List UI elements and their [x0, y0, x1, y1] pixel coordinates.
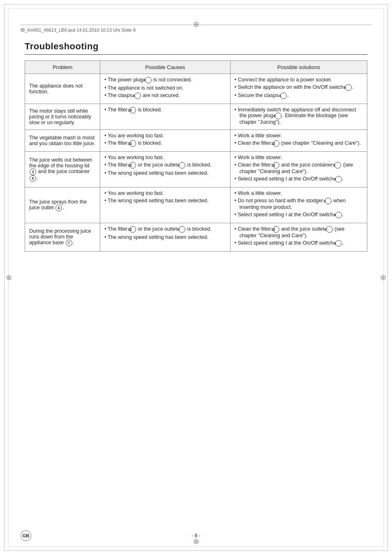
ref-badge: 4 — [280, 92, 287, 99]
problem-cell: The motor stays still while juicing or i… — [25, 104, 100, 130]
country-badge: GB — [21, 530, 31, 541]
ref-badge: 12 — [273, 162, 279, 169]
col-header-causes: Possible Causes — [100, 61, 231, 74]
ref-badge: 9 — [345, 84, 352, 91]
crosshair-bottom: ⊕ — [193, 537, 199, 546]
problem-cell: During the processing juice runs down fr… — [25, 223, 100, 252]
solution-item: Do not press so hard with the stodger 1 … — [235, 198, 363, 210]
cause-item: You are working too fast. — [104, 155, 226, 160]
problem-cell: The juice sprays from the juice outlet 6… — [25, 187, 100, 223]
solution-cell: Work a little slower. Clean the filter 1… — [230, 152, 367, 187]
solution-item: Select speed setting I at the On/Off swi… — [235, 240, 363, 247]
ref-badge: 5 — [30, 175, 36, 182]
solution-item: Clean the filter 12 and the juice contai… — [235, 162, 363, 174]
crosshair-right: ⊕ — [380, 273, 386, 282]
ref-badge: 8 — [145, 77, 152, 83]
ref-badge: 7 — [66, 240, 72, 246]
crosshair-left: ⊕ — [6, 273, 12, 282]
solution-item: Clean the filter 12 and the juice outlet… — [235, 226, 363, 238]
ref-badge: 9 — [335, 240, 342, 247]
cause-cell: The filter 12 or the juice outlet 6 is b… — [100, 223, 231, 252]
header-bar: IB_KH451_46613_LB6.qxd 14.01.2010 10:13 … — [21, 25, 371, 32]
table-row: The motor stays still while juicing or i… — [25, 104, 367, 130]
solution-item: Select speed setting I at the On/Off swi… — [235, 176, 363, 183]
troubleshooting-table: Problem Possible Causes Possible solutio… — [25, 60, 367, 252]
cause-item: The clasps 4 are not secured. — [104, 92, 226, 99]
solution-item: Work a little slower. — [235, 190, 363, 196]
cause-cell: You are working too fast. The filter 12 … — [100, 152, 231, 187]
ref-badge: 12 — [129, 140, 136, 147]
problem-cell: The vegetable mash is moist and you obta… — [25, 130, 100, 152]
solution-item: Work a little slower. — [235, 155, 363, 160]
solution-item: Clean the filter 12 (see chapter "Cleani… — [235, 140, 363, 147]
solution-item: Connect the appliance to a power socket. — [235, 77, 363, 83]
ref-badge: 4 — [134, 92, 141, 99]
cause-item: The filter 12 is blocked. — [104, 140, 226, 147]
problem-cell: The appliance does not function. — [25, 74, 100, 104]
cause-item: You are working too fast. — [104, 190, 226, 196]
cause-item: The filter 12 is blocked. — [104, 107, 226, 113]
col-header-solutions: Possible solutions — [230, 61, 367, 74]
cause-cell: You are working too fast. The filter 12 … — [100, 130, 231, 152]
solution-cell: Clean the filter 12 and the juice outlet… — [230, 223, 367, 252]
solution-item: Select speed setting I at the On/Off swi… — [235, 212, 363, 218]
ref-badge: 9 — [179, 162, 185, 169]
ref-badge: 12 — [129, 162, 136, 169]
ref-badge: 5 — [334, 162, 341, 169]
solution-item: Switch the appliance on with the On/Off … — [235, 84, 363, 91]
cause-cell: The filter 12 is blocked. — [100, 104, 231, 130]
cause-item: The wrong speed setting has been selecte… — [104, 170, 226, 176]
ref-badge: 12 — [129, 107, 136, 113]
country-label: GB — [23, 533, 30, 538]
ref-badge: 6 — [326, 226, 333, 233]
ref-badge: 12 — [273, 140, 279, 147]
main-content: Troubleshooting Problem Possible Causes … — [0, 0, 392, 284]
ref-badge: 3 — [30, 169, 36, 175]
ref-badge: 1 — [325, 198, 332, 204]
cause-item: The wrong speed setting has been selecte… — [104, 234, 226, 240]
solution-cell: Connect the appliance to a power socket.… — [230, 74, 367, 104]
table-row: During the processing juice runs down fr… — [25, 223, 367, 252]
ref-badge: 12 — [273, 226, 279, 233]
cause-cell: The power plug 8 is not connected. The a… — [100, 74, 231, 104]
problem-cell: The juice wells out between the edge of … — [25, 152, 100, 187]
col-header-problem: Problem — [25, 61, 100, 74]
ref-badge: 9 — [335, 176, 342, 183]
page-title: Troubleshooting — [25, 41, 367, 55]
solution-item: Work a little slower. — [235, 133, 363, 139]
solution-item: Secure the clasps 4. — [235, 92, 363, 99]
cause-item: The power plug 8 is not connected. — [104, 77, 226, 83]
table-row: The juice sprays from the juice outlet 6… — [25, 187, 367, 223]
solution-item: Immediately switch the appliance off and… — [235, 107, 363, 125]
ref-badge: 6 — [179, 226, 185, 233]
cause-item: The filter 12 or the juice outlet 9 is b… — [104, 162, 226, 169]
solution-cell: Work a little slower. Do not press so ha… — [230, 187, 367, 223]
solution-cell: Immediately switch the appliance off and… — [230, 104, 367, 130]
cause-item: The wrong speed setting has been selecte… — [104, 198, 226, 204]
table-row: The appliance does not function. The pow… — [25, 74, 367, 104]
table-row: The vegetable mash is moist and you obta… — [25, 130, 367, 152]
ref-badge: 8 — [275, 113, 281, 119]
cause-item: The filter 12 or the juice outlet 6 is b… — [104, 226, 226, 233]
ref-badge: 12 — [129, 226, 136, 233]
ref-badge: 6 — [55, 205, 62, 211]
solution-cell: Work a little slower. Clean the filter 1… — [230, 130, 367, 152]
ref-badge: 9 — [335, 212, 342, 218]
cause-item: The appliance is not switched on. — [104, 85, 226, 91]
header-text: IB_KH451_46613_LB6.qxd 14.01.2010 10:13 … — [21, 28, 136, 32]
cause-cell: You are working too fast. The wrong spee… — [100, 187, 231, 223]
table-row: The juice wells out between the edge of … — [25, 152, 367, 187]
cause-item: You are working too fast. — [104, 133, 226, 139]
